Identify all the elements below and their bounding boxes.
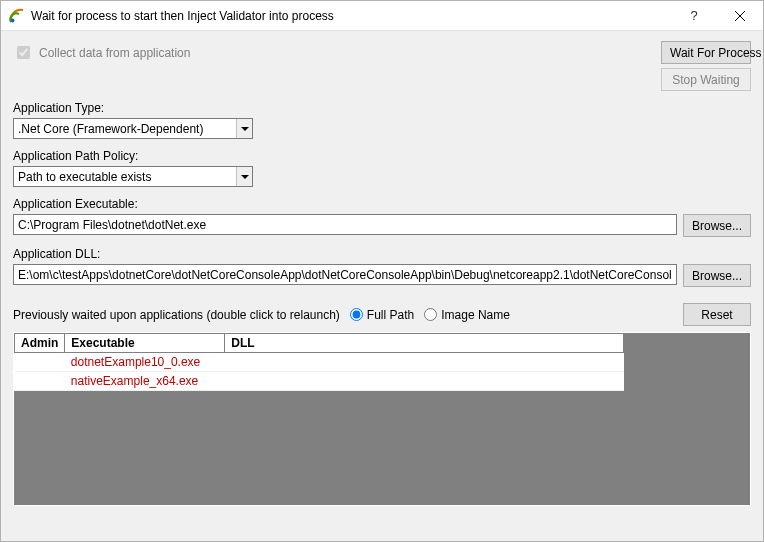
browse-dll-button[interactable]: Browse...: [683, 264, 751, 287]
executable-label: Application Executable:: [13, 197, 751, 211]
cell-dll: [225, 372, 624, 391]
titlebar: Wait for process to start then Inject Va…: [1, 1, 763, 31]
table-row[interactable]: nativeExample_x64.exe: [15, 372, 624, 391]
cell-dll: [225, 353, 624, 372]
table-row[interactable]: dotnetExample10_0.exe: [15, 353, 624, 372]
radio-image-name[interactable]: Image Name: [424, 308, 510, 322]
executable-input[interactable]: [13, 214, 677, 235]
close-icon: [735, 11, 745, 21]
app-icon: [9, 8, 25, 24]
collect-checkbox-input: [17, 46, 30, 59]
wait-for-process-button[interactable]: Wait For Process: [661, 41, 751, 64]
close-button[interactable]: [717, 1, 763, 31]
col-admin[interactable]: Admin: [15, 334, 65, 353]
dll-input[interactable]: [13, 264, 677, 285]
stop-waiting-button: Stop Waiting: [661, 68, 751, 91]
help-button[interactable]: ?: [671, 1, 717, 31]
col-executable[interactable]: Executable: [65, 334, 225, 353]
path-policy-label: Application Path Policy:: [13, 149, 751, 163]
path-policy-value: Path to executable exists: [18, 170, 151, 184]
col-dll[interactable]: DLL: [225, 334, 624, 353]
dll-label: Application DLL:: [13, 247, 751, 261]
svg-point-0: [11, 18, 15, 22]
radio-full-path[interactable]: Full Path: [350, 308, 414, 322]
browse-executable-button[interactable]: Browse...: [683, 214, 751, 237]
table-header-row: Admin Executable DLL: [15, 334, 624, 353]
path-policy-combo[interactable]: Path to executable exists: [13, 166, 253, 187]
app-type-value: .Net Core (Framework-Dependent): [18, 122, 203, 136]
collect-label: Collect data from application: [39, 46, 190, 60]
chevron-down-icon: [236, 167, 252, 186]
previous-apps-table[interactable]: Admin Executable DLL dotnetExample10_0.e…: [13, 332, 751, 506]
previous-label: Previously waited upon applications (dou…: [13, 308, 340, 322]
app-type-combo[interactable]: .Net Core (Framework-Dependent): [13, 118, 253, 139]
app-type-label: Application Type:: [13, 101, 751, 115]
cell-executable: nativeExample_x64.exe: [65, 372, 225, 391]
cell-executable: dotnetExample10_0.exe: [65, 353, 225, 372]
cell-admin: [15, 372, 65, 391]
collect-checkbox: Collect data from application: [13, 43, 190, 62]
cell-admin: [15, 353, 65, 372]
reset-button[interactable]: Reset: [683, 303, 751, 326]
chevron-down-icon: [236, 119, 252, 138]
window-title: Wait for process to start then Inject Va…: [31, 9, 671, 23]
